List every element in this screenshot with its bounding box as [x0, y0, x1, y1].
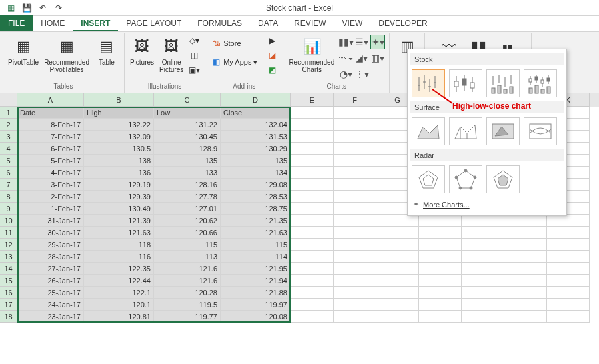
column-header-C[interactable]: C — [154, 93, 221, 107]
cell[interactable] — [462, 311, 504, 323]
cell[interactable]: 26-Jan-17 — [17, 275, 84, 287]
cell[interactable] — [419, 263, 462, 275]
cell[interactable]: 135 — [154, 155, 221, 167]
cell[interactable] — [334, 299, 376, 311]
cell[interactable] — [504, 263, 547, 275]
cell[interactable] — [547, 215, 590, 227]
cell[interactable]: 115 — [221, 239, 291, 251]
smartart-button[interactable]: ◫ — [187, 49, 201, 61]
more-charts-button[interactable]: ✦ More Charts... — [410, 196, 564, 213]
save-icon[interactable]: 💾 — [21, 3, 32, 13]
cell[interactable]: 122.1 — [84, 287, 154, 299]
bing-maps-button[interactable]: ▶ — [265, 35, 279, 47]
combo-chart-button[interactable]: ▥▾ — [370, 51, 385, 65]
cell[interactable] — [547, 263, 590, 275]
cell[interactable] — [462, 299, 504, 311]
cell[interactable]: 128.75 — [221, 203, 291, 215]
wireframe-contour-button[interactable] — [524, 117, 557, 145]
cell[interactable]: 29-Jan-17 — [17, 239, 84, 251]
row-header[interactable]: 5 — [0, 155, 17, 167]
cell[interactable] — [291, 191, 334, 203]
cell[interactable]: 136 — [84, 167, 154, 179]
cell[interactable]: 120.28 — [154, 287, 221, 299]
cell[interactable]: 118 — [84, 239, 154, 251]
cell[interactable] — [334, 143, 376, 155]
cell[interactable] — [334, 311, 376, 323]
cell[interactable] — [334, 251, 376, 263]
row-header[interactable]: 9 — [0, 203, 17, 215]
cell[interactable]: High — [84, 107, 154, 119]
cell[interactable]: 132.09 — [84, 131, 154, 143]
cell[interactable] — [462, 239, 504, 251]
cell[interactable] — [547, 275, 590, 287]
cell[interactable] — [291, 143, 334, 155]
cell[interactable]: 133 — [154, 167, 221, 179]
cell[interactable]: 135 — [221, 155, 291, 167]
scatter-chart-button[interactable]: ⋮▾ — [354, 67, 369, 81]
cell[interactable]: 121.6 — [154, 263, 221, 275]
cell[interactable] — [462, 251, 504, 263]
cell[interactable] — [291, 299, 334, 311]
tab-data[interactable]: DATA — [250, 15, 286, 31]
cell[interactable]: 121.63 — [84, 227, 154, 239]
bar-chart-button[interactable]: ☰▾ — [354, 35, 369, 49]
cell[interactable] — [291, 155, 334, 167]
cell[interactable]: 121.94 — [221, 275, 291, 287]
cell[interactable] — [334, 155, 376, 167]
cell[interactable] — [462, 263, 504, 275]
cell[interactable] — [462, 287, 504, 299]
cell[interactable] — [504, 311, 547, 323]
cell[interactable] — [376, 287, 419, 299]
stock-surface-radar-button[interactable]: ✦▾ — [370, 35, 385, 49]
cell[interactable] — [547, 299, 590, 311]
cell[interactable]: 23-Jan-17 — [17, 311, 84, 323]
contour-button[interactable] — [486, 117, 520, 145]
high-low-close-chart-button[interactable] — [412, 69, 445, 97]
cell[interactable]: 120.62 — [154, 215, 221, 227]
row-header[interactable]: 4 — [0, 143, 17, 155]
cell[interactable]: 122.35 — [84, 263, 154, 275]
row-header[interactable]: 15 — [0, 275, 17, 287]
cell[interactable] — [462, 227, 504, 239]
cell[interactable]: 120.66 — [154, 227, 221, 239]
filled-radar-button[interactable] — [486, 165, 520, 193]
cell[interactable] — [334, 191, 376, 203]
cell[interactable]: 120.1 — [84, 299, 154, 311]
cell[interactable]: 119.5 — [154, 299, 221, 311]
tab-review[interactable]: REVIEW — [286, 15, 334, 31]
select-all-corner[interactable] — [0, 93, 17, 107]
cell[interactable]: 116 — [84, 251, 154, 263]
volume-open-high-low-close-chart-button[interactable] — [524, 69, 557, 97]
cell[interactable]: 3-Feb-17 — [17, 179, 84, 191]
cell[interactable]: 24-Jan-17 — [17, 299, 84, 311]
cell[interactable] — [376, 311, 419, 323]
cell[interactable] — [376, 251, 419, 263]
tab-insert[interactable]: INSERT — [73, 15, 118, 31]
cell[interactable] — [334, 167, 376, 179]
cell[interactable]: 127.01 — [154, 203, 221, 215]
screenshot-button[interactable]: ▣▾ — [187, 64, 201, 76]
cell[interactable] — [334, 263, 376, 275]
cell[interactable]: 138 — [84, 155, 154, 167]
area-chart-button[interactable]: ◢▾ — [354, 51, 369, 65]
cell[interactable] — [419, 227, 462, 239]
cell[interactable]: 121.35 — [221, 215, 291, 227]
cell[interactable] — [291, 203, 334, 215]
cell[interactable]: 130.29 — [221, 143, 291, 155]
cell[interactable] — [334, 203, 376, 215]
cell[interactable]: 2-Feb-17 — [17, 191, 84, 203]
cell[interactable] — [547, 311, 590, 323]
row-header[interactable]: 12 — [0, 239, 17, 251]
online-pictures-button[interactable]: 🖼 Online Pictures — [158, 35, 185, 75]
cell[interactable]: 132.04 — [221, 119, 291, 131]
cell[interactable] — [334, 179, 376, 191]
cell[interactable]: 114 — [221, 251, 291, 263]
column-header-A[interactable]: A — [17, 93, 84, 107]
cell[interactable]: 119.97 — [221, 299, 291, 311]
cell[interactable]: 131.53 — [221, 131, 291, 143]
cell[interactable] — [376, 239, 419, 251]
tab-formulas[interactable]: FORMULAS — [189, 15, 250, 31]
cell[interactable]: Date — [17, 107, 84, 119]
cell[interactable]: 119.77 — [154, 311, 221, 323]
cell[interactable] — [334, 215, 376, 227]
